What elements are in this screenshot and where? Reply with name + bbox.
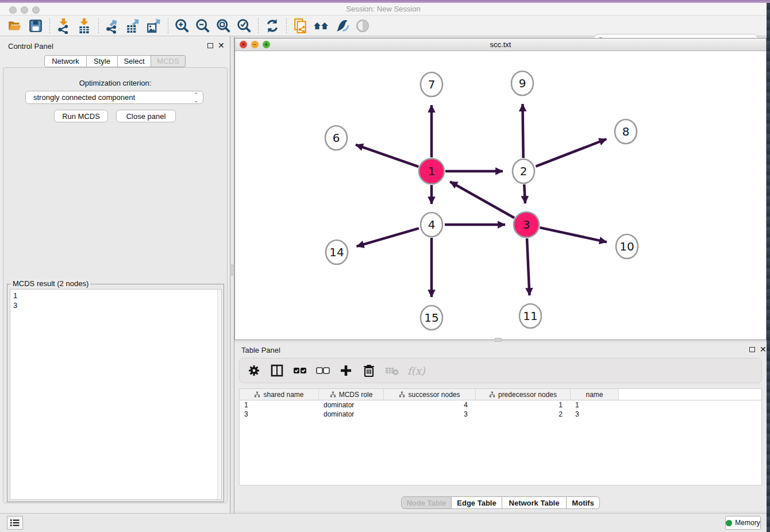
control-panel-title: Control Panel	[8, 42, 53, 51]
edge-layer	[356, 104, 607, 297]
table-cell[interactable]: dominator	[319, 400, 384, 410]
function-builder-icon: f(x)	[407, 365, 425, 377]
table-cell[interactable]: 1	[571, 400, 619, 410]
style-brush-icon[interactable]	[332, 17, 352, 34]
tab-edge-table[interactable]: Edge Table	[452, 496, 502, 509]
memory-button[interactable]: Memory	[725, 516, 761, 530]
network-title: scc.txt	[235, 38, 766, 51]
node-label-9: 9	[519, 76, 526, 90]
edge-2-8[interactable]	[536, 139, 606, 167]
desktop-wallpaper-strip	[767, 3, 770, 532]
close-panel-button[interactable]: Close panel	[116, 110, 176, 122]
edge-2-9[interactable]	[522, 104, 523, 158]
control-tab-style[interactable]: Style	[87, 55, 118, 67]
show-graphics-icon[interactable]	[352, 17, 373, 34]
toolbar-separator	[258, 18, 259, 33]
delete-column-icon[interactable]	[361, 363, 376, 378]
column-label: name	[586, 391, 603, 399]
column-header-MCDS-role[interactable]: MCDS role	[319, 389, 384, 400]
minimize-window-button[interactable]	[21, 6, 28, 14]
table-cell[interactable]: 3	[571, 410, 619, 419]
open-session-icon[interactable]	[5, 17, 25, 34]
mcds-result-textarea[interactable]: 13	[10, 289, 222, 500]
column-header-shared-name[interactable]: shared name	[240, 389, 319, 400]
float-panel-icon[interactable]	[749, 347, 755, 352]
column-label: successor nodes	[408, 391, 460, 399]
run-mcds-button[interactable]: Run MCDS	[54, 110, 108, 122]
node-table[interactable]: shared nameMCDS rolesuccessor nodesprede…	[239, 388, 762, 485]
import-table-icon[interactable]	[74, 17, 95, 34]
control-tab-mcds[interactable]: MCDS	[151, 55, 186, 67]
table-cell[interactable]: 3	[384, 410, 476, 419]
table-row[interactable]: 1dominator411	[240, 400, 761, 410]
node-label-15: 15	[424, 311, 438, 325]
zoom-window-button[interactable]	[32, 6, 40, 14]
table-cell[interactable]: 1	[240, 400, 319, 410]
first-neighbors-icon[interactable]	[311, 17, 332, 34]
application-window: Session: New Session	[0, 0, 770, 532]
table-tabs: Node TableEdge TableNetwork TableMotifs	[234, 496, 767, 509]
mcds-result-line: 3	[13, 300, 218, 310]
network-canvas[interactable]: 7968124314101511	[235, 51, 766, 340]
edge-3-1[interactable]	[450, 182, 514, 218]
deselect-all-icon[interactable]	[315, 363, 330, 378]
column-header-successor-nodes[interactable]: successor nodes	[384, 389, 476, 400]
node-label-11: 11	[523, 309, 537, 323]
tab-node-table[interactable]: Node Table	[401, 496, 452, 509]
mcds-result-lines: 13	[13, 291, 218, 310]
network-window-titlebar[interactable]: × − + scc.txt	[235, 38, 766, 51]
edge-1-6[interactable]	[356, 145, 418, 167]
edge-4-14[interactable]	[357, 228, 419, 246]
export-image-icon[interactable]	[144, 17, 164, 34]
maximize-view-button[interactable]: +	[263, 41, 270, 48]
node-label-10: 10	[619, 240, 634, 253]
add-column-icon[interactable]	[338, 363, 353, 378]
table-toolbar: f(x)	[239, 358, 762, 383]
zoom-selected-icon[interactable]	[234, 17, 255, 34]
table-cell[interactable]: 4	[384, 400, 476, 410]
zoom-in-icon[interactable]	[172, 17, 192, 34]
edge-3-10[interactable]	[540, 228, 606, 242]
scrollbar[interactable]	[217, 290, 221, 499]
column-label: MCDS role	[339, 391, 373, 399]
zoom-fit-icon[interactable]	[213, 17, 234, 34]
splitter-handle[interactable]	[495, 338, 502, 342]
close-view-button[interactable]: ×	[240, 41, 247, 48]
float-panel-icon[interactable]	[207, 43, 213, 48]
table-cell[interactable]: 2	[476, 410, 571, 419]
tab-network-table[interactable]: Network Table	[502, 496, 567, 509]
control-tab-network[interactable]: Network	[44, 55, 87, 67]
criterion-dropdown[interactable]: strongly connected component ⌃⌄	[25, 91, 203, 104]
select-all-icon[interactable]	[292, 363, 307, 378]
delete-table-icon	[384, 363, 399, 378]
column-header-predecessor-nodes[interactable]: predecessor nodes	[476, 389, 571, 400]
table-cell[interactable]: 3	[240, 410, 319, 419]
table-cell[interactable]: dominator	[319, 410, 384, 419]
save-session-icon[interactable]	[25, 17, 46, 34]
splitter-handle[interactable]	[230, 265, 234, 275]
export-network-icon[interactable]	[102, 17, 123, 34]
minimize-view-button[interactable]: −	[251, 41, 259, 48]
edge-2-3[interactable]	[524, 184, 525, 203]
zoom-out-icon[interactable]	[192, 17, 213, 34]
edge-3-11[interactable]	[527, 238, 529, 295]
table-row[interactable]: 3dominator323	[240, 410, 761, 419]
column-header-name[interactable]: name	[571, 389, 619, 400]
memory-status-icon	[726, 520, 732, 526]
close-panel-icon[interactable]: ✕	[218, 43, 225, 48]
node-label-14: 14	[329, 245, 344, 259]
column-view-icon[interactable]	[270, 363, 284, 378]
settings-gear-icon[interactable]	[247, 363, 261, 378]
close-panel-icon[interactable]: ✕	[760, 346, 767, 352]
import-network-icon[interactable]	[53, 17, 74, 34]
tab-motifs[interactable]: Motifs	[567, 496, 600, 509]
export-table-icon[interactable]	[123, 17, 144, 34]
control-tab-select[interactable]: Select	[118, 55, 151, 67]
network-view-window: × − + scc.txt 7968124314101511	[234, 38, 767, 340]
close-window-button[interactable]	[9, 6, 17, 14]
node-label-2: 2	[520, 164, 528, 178]
table-cell[interactable]: 1	[476, 400, 571, 410]
task-history-button[interactable]	[7, 516, 23, 530]
clone-network-icon[interactable]	[290, 17, 311, 34]
refresh-icon[interactable]	[262, 17, 283, 34]
